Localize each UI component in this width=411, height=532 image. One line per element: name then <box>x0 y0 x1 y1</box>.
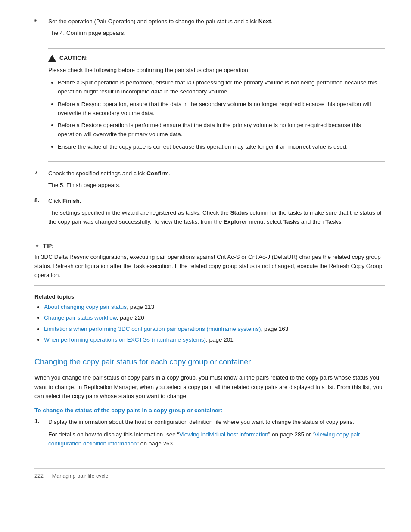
tip-header: ✦ TIP: <box>34 243 385 249</box>
step-8-sub: The settings specified in the wizard are… <box>48 208 385 227</box>
related-topics-title: Related topics <box>34 293 385 300</box>
section-step-1-content: Display the information about the host o… <box>48 418 385 451</box>
caution-box: CAUTION: Please check the following befo… <box>48 48 385 162</box>
caution-item-4: Ensure the value of the copy pace is cor… <box>58 143 385 152</box>
caution-label: CAUTION: <box>59 55 88 61</box>
step-6: 6. Set the operation (Pair Operation) an… <box>34 17 385 40</box>
section-heading: Changing the copy pair status for each c… <box>34 357 385 367</box>
caution-header: CAUTION: <box>48 55 385 62</box>
footer-page-title: Managing pair life cycle <box>52 473 109 479</box>
related-topic-4: When performing operations on EXCTGs (ma… <box>44 335 385 345</box>
step-7-sub: The 5. Finish page appears. <box>48 181 385 190</box>
step-7-number: 7. <box>34 169 43 193</box>
tip-box: ✦ TIP: In 3DC Delta Resync configuration… <box>34 237 385 286</box>
related-topic-3-link[interactable]: Limitations when performing 3DC configur… <box>44 326 261 332</box>
step-8: 8. Click Finish. The settings specified … <box>34 197 385 229</box>
section-step-1-main: Display the information about the host o… <box>48 418 385 427</box>
caution-item-3: Before a Restore operation is performed … <box>58 121 385 139</box>
related-topic-3: Limitations when performing 3DC configur… <box>44 324 385 334</box>
section-step-1-number: 1. <box>34 418 43 451</box>
step-8-number: 8. <box>34 197 43 229</box>
caution-item-1: Before a Split operation is performed, e… <box>58 78 385 96</box>
caution-body: Please check the following before confir… <box>48 66 385 152</box>
tip-lightbulb-icon: ✦ <box>34 243 40 249</box>
step-6-content: Set the operation (Pair Operation) and o… <box>48 17 385 40</box>
footer-bar: 222 Managing pair life cycle <box>34 468 385 479</box>
footer-page-number: 222 <box>34 473 44 479</box>
caution-list: Before a Split operation is performed, e… <box>58 78 385 152</box>
step-7-main: Check the specified settings and click C… <box>48 169 385 178</box>
tip-body: In 3DC Delta Resync configurations, exec… <box>34 253 385 280</box>
step-8-main: Click Finish. <box>48 197 385 206</box>
step-6-main: Set the operation (Pair Operation) and o… <box>48 17 385 26</box>
caution-triangle-icon <box>48 55 56 62</box>
related-topic-1-link[interactable]: About changing copy pair status <box>44 304 127 310</box>
related-topic-2: Change pair status workflow, page 220 <box>44 313 385 323</box>
step-6-number: 6. <box>34 17 43 40</box>
step-6-sub: The 4. Confirm page appears. <box>48 29 385 38</box>
caution-intro: Please check the following before confir… <box>48 66 385 75</box>
related-topics: Related topics About changing copy pair … <box>34 293 385 345</box>
step-7-content: Check the specified settings and click C… <box>48 169 385 193</box>
related-topic-2-link[interactable]: Change pair status workflow <box>44 314 117 321</box>
section-intro: When you change the pair status of copy … <box>34 373 385 401</box>
step-8-content: Click Finish. The settings specified in … <box>48 197 385 229</box>
section-sub-heading: To change the status of the copy pairs i… <box>34 407 385 414</box>
step-7: 7. Check the specified settings and clic… <box>34 169 385 193</box>
section-link-1[interactable]: Viewing individual host information <box>179 431 268 438</box>
section-step-1-sub: For details on how to display this infor… <box>48 430 385 448</box>
related-topic-4-link[interactable]: When performing operations on EXCTGs (ma… <box>44 336 206 343</box>
section-step-1: 1. Display the information about the hos… <box>34 418 385 451</box>
related-topics-list: About changing copy pair status, page 21… <box>44 302 385 345</box>
related-topic-1: About changing copy pair status, page 21… <box>44 302 385 312</box>
caution-item-2: Before a Resync operation, ensure that t… <box>58 100 385 118</box>
tip-label: TIP: <box>43 243 54 249</box>
